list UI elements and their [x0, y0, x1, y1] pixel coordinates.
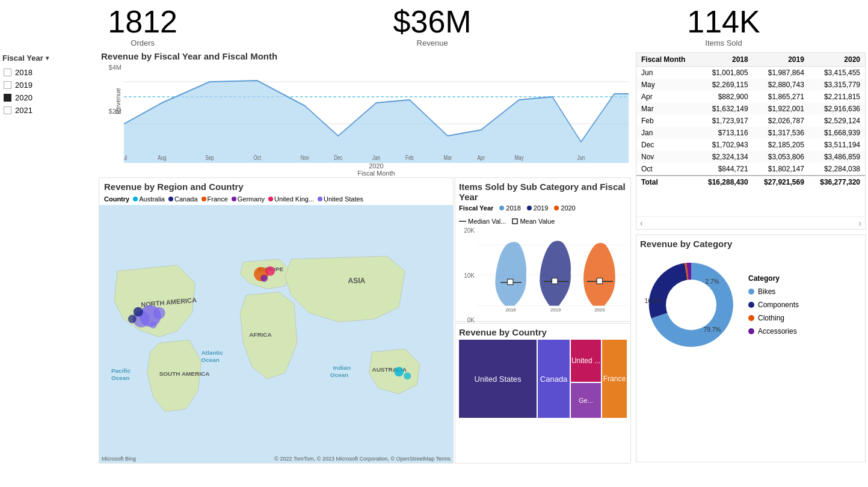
svg-point-34 — [265, 266, 275, 276]
table-row: Jan $713,116 $1,317,536 $1,668,939 — [636, 127, 865, 139]
legend-uk: United King... — [268, 195, 314, 203]
year-2020-label: 2020 — [15, 93, 32, 102]
svg-rect-46 — [597, 278, 602, 284]
scroll-right-icon[interactable]: › — [858, 218, 861, 228]
accessories-dot — [748, 328, 754, 334]
total-label: Total — [636, 176, 697, 188]
checkbox-2020[interactable] — [4, 94, 11, 102]
cell-month: Nov — [636, 151, 697, 163]
line-chart-svg: Jul Aug Sep Oct Nov Dec Jan Feb Mar Apr … — [124, 64, 629, 163]
fiscal-year-header[interactable]: Fiscal Year ▾ — [2, 54, 94, 63]
total-2020: $36,277,320 — [809, 176, 865, 188]
pct-797: 79.7% — [704, 326, 721, 333]
svg-text:Oct: Oct — [253, 155, 261, 161]
map-legend: Country Australia Canada France Germany … — [104, 194, 448, 204]
donut-chart: 2.7% 16.6% 79.7% — [640, 254, 742, 356]
map-title: Revenue by Region and Country — [104, 182, 448, 192]
svg-text:Nov: Nov — [301, 155, 309, 161]
treemap-canada: Canada — [538, 340, 570, 418]
checkbox-2018[interactable] — [4, 69, 11, 76]
area-fill — [124, 81, 629, 163]
world-map-container: Pacific Ocean Atlantic Ocean Indian Ocea… — [99, 205, 453, 463]
legend-canada: Canada — [168, 195, 198, 203]
year-2018-label: 2018 — [15, 68, 32, 77]
cell-2020: $2,284,038 — [809, 163, 865, 176]
cell-2018: $1,723,917 — [697, 115, 753, 127]
filter-2019[interactable]: 2019 — [2, 79, 94, 91]
scroll-left-icon[interactable]: ‹ — [640, 218, 643, 228]
cell-2020: $2,916,636 — [809, 103, 865, 115]
svg-text:SOUTH AMERICA: SOUTH AMERICA — [159, 370, 210, 377]
donut-hole — [666, 280, 716, 330]
cell-2019: $2,185,205 — [753, 139, 809, 151]
kpi-row: 1812 Orders $36M Revenue 114K Items Sold — [0, 0, 868, 50]
cell-2019: $1,865,271 — [753, 91, 809, 103]
cell-2018: $1,632,149 — [697, 103, 753, 115]
cell-month: Jan — [636, 127, 697, 139]
legend-us: United States — [318, 195, 363, 203]
country-label: Country — [104, 195, 129, 203]
kpi-orders: 1812 Orders — [108, 6, 177, 47]
svg-text:AFRICA: AFRICA — [249, 331, 272, 338]
legend-clothing: Clothing — [748, 314, 799, 322]
microsoft-bing-label: Microsoft Bing — [102, 456, 136, 462]
legend-components: Components — [748, 301, 799, 309]
cell-month: Oct — [636, 163, 697, 176]
cell-2020: $3,415,455 — [809, 67, 865, 79]
cell-2019: $1,802,147 — [753, 163, 809, 176]
country-revenue-title: Revenue by Country — [459, 327, 627, 337]
y-tick-4m: $4M — [109, 64, 122, 71]
legend-2018: 2018 — [499, 204, 520, 212]
table-row: Feb $1,723,917 $2,026,787 $2,529,124 — [636, 115, 865, 127]
category-legend: Category Bikes Components Clothing — [748, 274, 799, 335]
orders-value: 1812 — [108, 6, 177, 37]
svg-text:Jul: Jul — [124, 155, 127, 161]
cell-2018: $882,900 — [697, 91, 753, 103]
cell-2019: $3,053,806 — [753, 151, 809, 163]
filter-2020[interactable]: 2020 — [2, 91, 94, 104]
total-2019: $27,921,569 — [753, 176, 809, 188]
y-20k: 20K — [464, 227, 475, 234]
checkbox-2021[interactable] — [4, 106, 11, 114]
col-2018: 2018 — [697, 53, 753, 67]
cell-2019: $2,026,787 — [753, 115, 809, 127]
svg-text:Feb: Feb — [405, 155, 414, 161]
table-scroll-controls[interactable]: ‹ › — [636, 216, 865, 229]
svg-text:Pacific: Pacific — [111, 367, 131, 374]
svg-point-31 — [128, 315, 137, 323]
legend-australia: Australia — [133, 195, 165, 203]
svg-rect-44 — [552, 278, 558, 284]
svg-text:Ocean: Ocean — [201, 357, 219, 363]
svg-point-30 — [134, 307, 143, 317]
filter-2021[interactable]: 2021 — [2, 104, 94, 117]
cell-2020: $3,486,859 — [809, 151, 865, 163]
chevron-down-icon: ▾ — [46, 55, 49, 61]
svg-text:Jan: Jan — [372, 155, 380, 161]
map-footer: Microsoft Bing — [102, 456, 136, 462]
treemap-us: United States — [459, 340, 537, 418]
svg-text:Sep: Sep — [205, 155, 214, 161]
checkbox-2019[interactable] — [4, 81, 11, 89]
svg-text:Ocean: Ocean — [111, 375, 129, 381]
legend-france: France — [202, 195, 228, 203]
table-row: Apr $882,900 $1,865,271 $2,211,815 — [636, 91, 865, 103]
year-2019-label: 2019 — [15, 81, 32, 90]
revenue-label: Revenue — [393, 38, 472, 47]
svg-point-37 — [404, 372, 411, 379]
cell-2019: $2,880,743 — [753, 79, 809, 91]
table-row: Dec $1,702,943 $2,185,205 $3,511,194 — [636, 139, 865, 151]
violin-panel: Items Sold by Sub Category and Fiscal Ye… — [455, 177, 631, 322]
filter-2018[interactable]: 2018 — [2, 66, 94, 79]
table-row: May $2,269,115 $2,880,743 $3,315,779 — [636, 79, 865, 91]
svg-text:Ocean: Ocean — [330, 372, 348, 378]
fiscal-year-vlegend: Fiscal Year — [459, 204, 493, 212]
x-axis-label: Fiscal Month — [124, 170, 629, 177]
y-axis-label: Revenue — [114, 88, 122, 114]
year-label: 2020 — [124, 162, 629, 170]
map-panel: Revenue by Region and Country Country Au… — [99, 177, 454, 464]
svg-text:May: May — [514, 155, 523, 161]
accessories-label: Accessories — [758, 327, 797, 335]
kpi-revenue: $36M Revenue — [393, 6, 472, 47]
legend-accessories: Accessories — [748, 327, 799, 335]
svg-text:2018: 2018 — [505, 307, 516, 313]
